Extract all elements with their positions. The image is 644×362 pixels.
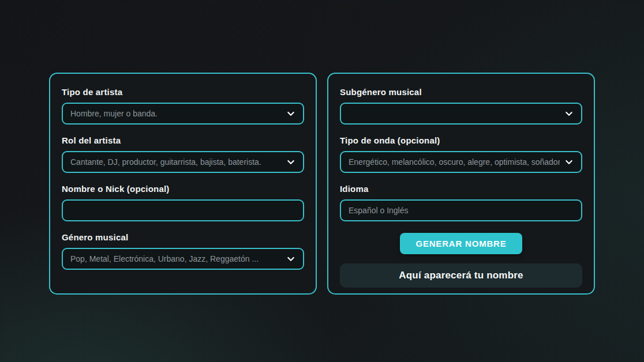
language-input[interactable] [340, 199, 582, 221]
field-group-subgenre: Subgénero musical [340, 88, 582, 125]
field-group-nickname: Nombre o Nick (opcional) [62, 184, 304, 221]
generation-options-panel: Subgénero musical Tipo de onda (opcional… [327, 73, 595, 295]
artist-role-select-value: Cantante, DJ, productor, guitarrista, ba… [70, 157, 282, 167]
field-group-language: Idioma [340, 184, 582, 221]
artist-type-select[interactable]: Hombre, mujer o banda. [62, 103, 304, 125]
app-background: Tipo de artista Hombre, mujer o banda. R… [0, 0, 644, 362]
chevron-down-icon [564, 157, 574, 167]
music-genre-select[interactable]: Pop, Metal, Electrónica, Urbano, Jazz, R… [62, 248, 304, 270]
chevron-down-icon [286, 109, 295, 118]
nickname-input[interactable] [62, 199, 304, 221]
field-group-music-genre: Género musical Pop, Metal, Electrónica, … [62, 233, 304, 270]
subgenre-label: Subgénero musical [340, 88, 582, 96]
language-label: Idioma [340, 184, 582, 193]
vibe-select[interactable]: Energético, melancólico, oscuro, alegre,… [340, 151, 582, 173]
vibe-label: Tipo de onda (opcional) [340, 136, 582, 145]
field-group-artist-type: Tipo de artista Hombre, mujer o banda. [62, 88, 304, 125]
field-group-artist-role: Rol del artista Cantante, DJ, productor,… [62, 136, 304, 173]
artist-role-label: Rol del artista [62, 136, 304, 145]
vibe-select-value: Energético, melancólico, oscuro, alegre,… [349, 157, 560, 167]
chevron-down-icon [286, 157, 295, 167]
generated-name-text: Aquí aparecerá tu nombre [399, 270, 523, 281]
generate-name-button[interactable]: GENERAR NOMBRE [400, 233, 522, 254]
chevron-down-icon [564, 109, 574, 118]
field-group-vibe: Tipo de onda (opcional) Energético, mela… [340, 136, 582, 173]
artist-details-panel: Tipo de artista Hombre, mujer o banda. R… [49, 73, 317, 295]
artist-role-select[interactable]: Cantante, DJ, productor, guitarrista, ba… [62, 151, 304, 173]
chevron-down-icon [286, 254, 295, 263]
subgenre-select[interactable] [340, 103, 582, 125]
artist-type-label: Tipo de artista [62, 88, 304, 96]
music-genre-label: Género musical [62, 233, 304, 242]
artist-type-select-value: Hombre, mujer o banda. [70, 109, 282, 118]
generated-name-output: Aquí aparecerá tu nombre [340, 263, 582, 288]
music-genre-select-value: Pop, Metal, Electrónica, Urbano, Jazz, R… [70, 254, 282, 263]
nickname-label: Nombre o Nick (opcional) [62, 184, 304, 193]
